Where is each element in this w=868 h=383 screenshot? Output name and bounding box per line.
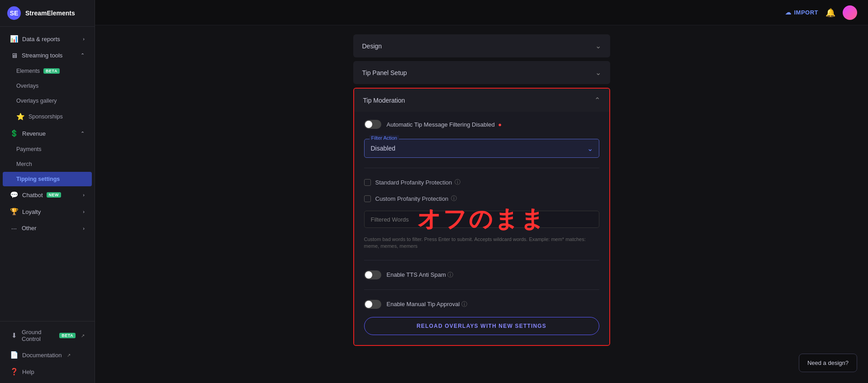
logo-icon: SE — [7, 6, 21, 20]
external-link-icon: ↗ — [81, 333, 85, 338]
sidebar-item-overlays-gallery[interactable]: Overlays gallery — [3, 94, 92, 108]
tts-anti-spam-label: Enable TTS Anti Spam ⓘ — [387, 271, 454, 279]
sidebar-nav: 📊 Data & reports › 🖥 Streaming tools ⌃ E… — [0, 27, 95, 321]
tip-moderation-body: Automatic Tip Message Filtering Disabled… — [354, 112, 609, 345]
documentation-icon: 📄 — [10, 351, 19, 359]
content-area: Design ⌄ Tip Panel Setup ⌄ Tip Moderatio… — [95, 25, 868, 383]
help-circle-icon[interactable]: ⓘ — [455, 178, 460, 186]
sidebar-item-merch[interactable]: Merch — [3, 157, 92, 171]
content-inner: Design ⌄ Tip Panel Setup ⌄ Tip Moderatio… — [346, 25, 617, 359]
sidebar: SE StreamElements 📊 Data & reports › 🖥 S… — [0, 0, 95, 383]
filter-action-select-wrapper: Filter Action Disabled Hide Replace ⌄ — [364, 139, 599, 158]
filtered-words-help-text: Custom bad words to filter. Press Enter … — [364, 236, 599, 250]
tip-moderation-accordion-header[interactable]: Tip Moderation ⌃ — [354, 89, 609, 112]
filtered-words-container: オフのまま — [364, 211, 599, 228]
sidebar-item-tipping-settings[interactable]: Tipping settings — [3, 172, 92, 186]
chevron-down-icon: ⌄ — [595, 68, 601, 77]
chevron-up-icon: ⌃ — [594, 96, 600, 104]
toggle-knob — [365, 271, 372, 279]
sidebar-item-other[interactable]: ··· Other › — [3, 220, 92, 236]
standard-profanity-row: Standard Profanity Protection ⓘ — [364, 178, 599, 186]
custom-profanity-label: Custom Profanity Protection ⓘ — [375, 194, 457, 203]
chevron-down-icon: › — [83, 226, 85, 231]
auto-filter-toggle-row: Automatic Tip Message Filtering Disabled… — [364, 120, 599, 129]
sidebar-item-overlays[interactable]: Overlays — [3, 79, 92, 93]
sidebar-item-payments[interactable]: Payments — [3, 142, 92, 156]
bell-icon[interactable]: 🔔 — [825, 8, 835, 18]
auto-filter-label: Automatic Tip Message Filtering Disabled… — [387, 121, 502, 128]
chevron-down-icon: › — [83, 36, 85, 42]
tip-moderation-accordion: Tip Moderation ⌃ Automatic Tip Message F… — [353, 88, 610, 346]
chevron-up-icon: ⌃ — [81, 52, 85, 58]
divider-3 — [364, 289, 599, 290]
custom-profanity-row: Custom Profanity Protection ⓘ — [364, 194, 599, 203]
data-reports-icon: 📊 — [10, 35, 19, 43]
divider-2 — [364, 260, 599, 260]
tts-anti-spam-toggle[interactable] — [364, 270, 381, 279]
user-avatar[interactable] — [843, 5, 857, 20]
auto-filter-toggle[interactable] — [364, 120, 381, 129]
design-accordion: Design ⌄ — [353, 34, 610, 57]
tip-panel-setup-accordion-header[interactable]: Tip Panel Setup ⌄ — [353, 61, 610, 84]
topbar: ☁ IMPORT 🔔 — [95, 0, 868, 25]
sidebar-item-help[interactable]: ❓ Help — [3, 364, 92, 380]
logo-area[interactable]: SE StreamElements — [0, 0, 95, 27]
design-accordion-header[interactable]: Design ⌄ — [353, 34, 610, 57]
loyalty-icon: 🏆 — [10, 208, 19, 216]
chevron-up-icon: ⌃ — [81, 131, 85, 137]
sidebar-item-data-reports[interactable]: 📊 Data & reports › — [3, 31, 92, 47]
sidebar-item-documentation[interactable]: 📄 Documentation ↗ — [3, 347, 92, 363]
help-circle-icon[interactable]: ⓘ — [447, 271, 453, 278]
main-content: ☁ IMPORT 🔔 Design ⌄ Tip Panel Setup ⌄ — [95, 0, 868, 383]
app-name: StreamElements — [25, 9, 75, 17]
red-dot: ● — [498, 121, 502, 128]
other-icon: ··· — [10, 224, 18, 232]
filter-action-select[interactable]: Disabled Hide Replace — [364, 139, 599, 158]
sidebar-item-streaming-tools[interactable]: 🖥 Streaming tools ⌃ — [3, 47, 92, 63]
sidebar-item-ground-control[interactable]: ⬇ Ground Control BETA ↗ — [3, 325, 92, 346]
divider-1 — [364, 168, 599, 168]
chatbot-new-badge: NEW — [47, 192, 62, 198]
toggle-knob — [365, 301, 372, 308]
chevron-down-icon: › — [83, 209, 85, 214]
sidebar-item-chatbot[interactable]: 💬 Chatbot NEW › — [3, 187, 92, 203]
revenue-icon: 💲 — [10, 129, 19, 137]
external-link-icon: ↗ — [67, 353, 71, 358]
sidebar-bottom: ⬇ Ground Control BETA ↗ 📄 Documentation … — [0, 321, 95, 383]
standard-profanity-label: Standard Profanity Protection ⓘ — [375, 178, 461, 186]
manual-approval-label: Enable Manual Tip Approval ⓘ — [387, 300, 468, 308]
import-button[interactable]: ☁ IMPORT — [785, 9, 818, 16]
sidebar-item-revenue[interactable]: 💲 Revenue ⌃ — [3, 125, 92, 142]
ground-control-icon: ⬇ — [10, 331, 18, 340]
need-design-button[interactable]: Need a design? — [799, 354, 857, 372]
help-circle-icon[interactable]: ⓘ — [461, 301, 467, 307]
sidebar-item-loyalty[interactable]: 🏆 Loyalty › — [3, 203, 92, 220]
star-icon: ⭐ — [16, 113, 25, 121]
reload-overlays-button[interactable]: RELOAD OVERLAYS WITH NEW SETTINGS — [364, 317, 599, 335]
ground-control-beta-badge: BETA — [59, 333, 76, 338]
streaming-tools-icon: 🖥 — [10, 52, 18, 59]
chatbot-icon: 💬 — [10, 191, 19, 199]
sidebar-item-elements[interactable]: Elements BETA — [3, 64, 92, 78]
filter-action-label: Filter Action — [370, 135, 399, 141]
cloud-upload-icon: ☁ — [785, 9, 792, 16]
toggle-knob — [365, 121, 372, 128]
manual-approval-toggle[interactable] — [364, 300, 381, 309]
tts-anti-spam-toggle-row: Enable TTS Anti Spam ⓘ — [364, 270, 599, 279]
sidebar-item-sponsorships[interactable]: ⭐ Sponsorships — [3, 109, 92, 125]
tip-panel-setup-accordion: Tip Panel Setup ⌄ — [353, 61, 610, 84]
elements-beta-badge: BETA — [43, 68, 60, 74]
help-icon: ❓ — [10, 368, 19, 376]
help-circle-icon[interactable]: ⓘ — [451, 194, 457, 203]
standard-profanity-checkbox[interactable] — [364, 179, 371, 186]
chevron-down-icon: › — [83, 192, 85, 198]
manual-approval-toggle-row: Enable Manual Tip Approval ⓘ — [364, 300, 599, 309]
chevron-down-icon: ⌄ — [595, 42, 601, 50]
filtered-words-input[interactable] — [364, 211, 599, 228]
custom-profanity-checkbox[interactable] — [364, 195, 371, 202]
